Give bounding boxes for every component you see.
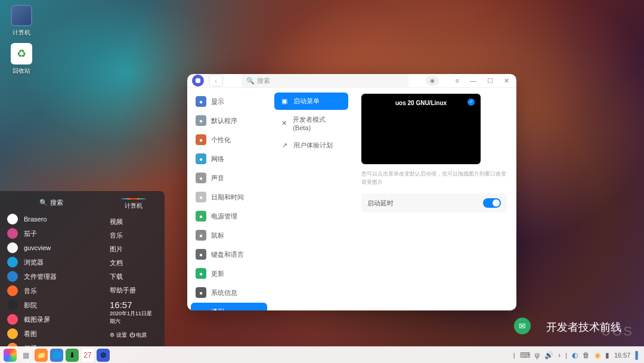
back-button[interactable]: ‹ (209, 75, 223, 87)
sidebar-item[interactable]: ●默认程序 (191, 112, 267, 130)
sidebar-icon: ● (196, 173, 206, 183)
settings-window: ‹ 🔍 搜索 ◉ ≡ — ☐ ✕ ●显示●默认程序●个性化●网络●声音●日期和时… (187, 74, 516, 310)
sidebar-item[interactable]: ●显示 (191, 93, 267, 110)
taskbar-app-settings[interactable]: ⚙ (97, 349, 110, 362)
settings-sidebar: ●显示●默认程序●个性化●网络●声音●日期和时间●电源管理●鼠标●键盘和语言●更… (187, 88, 271, 310)
show-desktop-button[interactable]: ▌ (635, 351, 640, 359)
sidebar-item[interactable]: ●电源管理 (191, 207, 267, 225)
taskbar-app-calendar[interactable]: 27 (81, 349, 94, 362)
sidebar-icon: ● (196, 287, 206, 298)
taskbar-clock[interactable]: 16:57 (614, 352, 631, 359)
start-folder-link[interactable]: 音乐 (106, 229, 161, 242)
maximize-button[interactable]: ☐ (485, 77, 496, 85)
sidebar-icon: ● (196, 96, 206, 107)
subnav-item[interactable]: ✕开发者模式 (Beta) (274, 111, 348, 136)
app-icon (7, 228, 18, 239)
start-app-item[interactable]: Brasero (0, 212, 103, 226)
launcher-button[interactable] (4, 349, 17, 362)
start-app-item[interactable]: 看图 (0, 327, 103, 341)
start-date: 2020年1月11日星期六 (106, 310, 161, 329)
desktop-icon-label: 计算机 (5, 29, 38, 37)
boot-delay-toggle[interactable] (483, 198, 501, 208)
sidebar-item[interactable]: ●通用 (191, 303, 267, 310)
sidebar-item[interactable]: ●个性化 (191, 131, 267, 149)
subnav-item[interactable]: ↗用户体验计划 (274, 137, 348, 154)
start-app-item[interactable]: 茄子 (0, 226, 103, 241)
start-folder-link[interactable]: 视频 (106, 215, 161, 229)
desktop-icons: 计算机 回收站 (5, 5, 38, 81)
app-icon (7, 285, 18, 296)
sidebar-icon: ● (196, 230, 206, 241)
keyboard-icon[interactable]: ⌨ (520, 351, 530, 359)
sidebar-item[interactable]: ●更新 (191, 264, 267, 282)
boot-preview[interactable]: uos 20 GNU/Linux ✓ (361, 94, 481, 164)
sidebar-icon: ● (196, 306, 206, 310)
app-icon (7, 257, 18, 267)
wechat-text: 开发者技术前线 (546, 320, 621, 334)
start-folder-link[interactable]: 下载 (106, 270, 161, 284)
start-settings-button[interactable]: ⚙ 设置 (110, 331, 127, 339)
sidebar-item[interactable]: ●声音 (191, 169, 267, 187)
subnav-item[interactable]: ▣启动菜单 (274, 93, 348, 110)
start-folder-link[interactable]: 帮助手册 (106, 284, 161, 297)
start-power-button[interactable]: ⏻ 电源 (129, 331, 147, 339)
notification-icon[interactable]: ◉ (595, 351, 600, 359)
trash-tray-icon[interactable]: 🗑 (583, 351, 590, 359)
start-menu: 🔍 搜索 Brasero茄子guvcview浏览器文件管理器音乐影院截图录屏看图… (0, 191, 165, 346)
sidebar-item[interactable]: ●日期和时间 (191, 188, 267, 206)
start-menu-side: 计算机 视频音乐图片文档下载帮助手册 16:57 2020年1月11日星期六 ⚙… (103, 191, 165, 346)
app-icon (7, 242, 18, 253)
sidebar-item[interactable]: ●键盘和语言 (191, 245, 267, 263)
app-icon (7, 300, 18, 310)
sidebar-item[interactable]: ●鼠标 (191, 226, 267, 244)
search-input[interactable]: 🔍 搜索 (242, 74, 408, 87)
volume-icon[interactable]: 🔊 (544, 351, 553, 359)
boot-hint: 您可以点击菜单改变默认启动项，也可以拖拽图片到窗口改变背景图片 (361, 170, 507, 186)
boot-delay-row: 启动延时 (361, 193, 507, 213)
menu-button[interactable]: ≡ (453, 77, 462, 85)
start-menu-apps: 🔍 搜索 Brasero茄子guvcview浏览器文件管理器音乐影院截图录屏看图… (0, 191, 103, 346)
trash-icon (11, 43, 32, 64)
chevron-right-icon[interactable]: › (558, 351, 561, 359)
start-search[interactable]: 🔍 搜索 (0, 196, 103, 212)
usb-icon[interactable]: ψ (535, 351, 540, 359)
tray-divider: | (565, 352, 567, 359)
sidebar-icon: ● (196, 192, 206, 202)
search-icon: 🔍 (246, 77, 255, 85)
sidebar-item[interactable]: ●系统信息 (191, 284, 267, 302)
start-app-item[interactable]: 影院 (0, 298, 103, 312)
start-folder-link[interactable]: 文档 (106, 256, 161, 270)
sidebar-icon: ● (196, 153, 206, 164)
system-tray: | ⌨ ψ 🔊 › | ◐ 🗑 ◉ ▮ 16:57 ▌ (513, 351, 640, 359)
app-icon (7, 271, 18, 282)
taskbar-app-store[interactable]: ⬇ (66, 349, 79, 362)
desktop-icon-computer[interactable]: 计算机 (5, 5, 38, 37)
start-app-item[interactable]: 截图录屏 (0, 312, 103, 327)
start-folder-link[interactable]: 图片 (106, 242, 161, 256)
sidebar-icon: ● (196, 211, 206, 222)
start-app-item[interactable]: 浏览器 (0, 255, 103, 269)
battery-icon[interactable]: ▮ (605, 351, 609, 359)
taskbar-app-browser[interactable]: 🌐 (50, 349, 63, 362)
desktop-icon-trash[interactable]: 回收站 (5, 43, 38, 75)
app-icon (7, 328, 18, 339)
boot-os-label: uos 20 GNU/Linux (361, 100, 481, 106)
start-app-item[interactable]: 文件管理器 (0, 269, 103, 284)
start-app-item[interactable]: guvcview (0, 241, 103, 255)
user-avatar[interactable] (121, 198, 146, 199)
multitask-button[interactable]: ▦ (19, 349, 32, 362)
deepin-icon[interactable]: ◐ (572, 351, 578, 359)
start-app-item[interactable]: 音乐 (0, 284, 103, 298)
voice-button[interactable]: ◉ (426, 75, 439, 86)
sidebar-item[interactable]: ●网络 (191, 150, 267, 168)
minimize-button[interactable]: — (467, 77, 479, 85)
sidebar-icon: ● (196, 268, 206, 279)
settings-subnav: ▣启动菜单✕开发者模式 (Beta)↗用户体验计划 (271, 88, 352, 310)
close-button[interactable]: ✕ (501, 77, 512, 85)
app-icon (7, 214, 18, 224)
titlebar[interactable]: ‹ 🔍 搜索 ◉ ≡ — ☐ ✕ (187, 74, 516, 88)
app-icon (7, 314, 18, 325)
user-name: 计算机 (106, 202, 161, 210)
taskbar-app-files[interactable]: 📁 (35, 349, 48, 362)
start-time: 16:57 (106, 297, 161, 310)
